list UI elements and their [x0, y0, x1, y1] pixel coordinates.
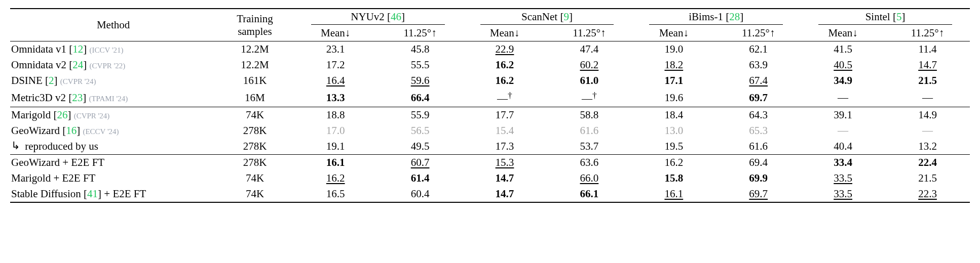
- metric-value: 69.9: [749, 172, 768, 184]
- metric-value: 18.2: [664, 59, 683, 71]
- citation-ref[interactable]: 24: [72, 59, 83, 71]
- citation-ref[interactable]: 28: [729, 11, 740, 23]
- metric-value: 66.4: [411, 92, 430, 104]
- metric-cell: 13.0: [631, 123, 716, 139]
- method-cell: Marigold [26] (CVPR '24): [10, 107, 216, 123]
- metric-cell: 66.4: [378, 89, 463, 107]
- metric-cell: 17.7: [463, 107, 547, 123]
- metric-cell: 13.2: [885, 139, 970, 155]
- citation-ref[interactable]: 12: [72, 43, 83, 55]
- metric-value: 61.6: [749, 140, 768, 152]
- metric-value: 18.4: [664, 109, 683, 121]
- metric-value: 17.2: [326, 59, 345, 71]
- samples-cell: 12.2M: [216, 57, 293, 73]
- metric-value: 14.7: [496, 172, 514, 184]
- method-name: Metric3D v2: [11, 92, 66, 104]
- method-name: Stable Diffusion: [11, 188, 81, 200]
- metric-value: 55.9: [411, 109, 430, 121]
- metric-value: 64.3: [749, 109, 768, 121]
- metric-value: 15.8: [664, 172, 683, 184]
- metric-value: 66.1: [580, 188, 599, 200]
- metric-value: 23.1: [326, 43, 345, 55]
- citation-ref[interactable]: 16: [66, 124, 77, 137]
- method-name: Marigold + E2E FT: [11, 172, 95, 184]
- metric-value: 62.1: [749, 43, 768, 55]
- metric-value: 17.0: [326, 124, 345, 137]
- citation-ref[interactable]: 41: [87, 188, 98, 200]
- venue-label: (CVPR '24): [74, 112, 110, 120]
- method-name: Marigold: [11, 109, 51, 121]
- metric-cell: 55.5: [378, 57, 463, 73]
- metric-value: 60.7: [411, 156, 430, 168]
- citation-ref[interactable]: 9: [563, 11, 569, 23]
- table-row: GeoWizard + E2E FT278K16.160.715.363.616…: [10, 155, 970, 171]
- table-body: Omnidata v1 [12] (ICCV '21)12.2M23.145.8…: [10, 41, 970, 203]
- metric-value: 59.6: [411, 74, 430, 86]
- samples-cell: 278K: [216, 155, 293, 171]
- metric-cell: 18.4: [631, 107, 716, 123]
- citation-ref[interactable]: 26: [57, 109, 67, 121]
- table-row: Marigold [26] (CVPR '24)74K18.855.917.75…: [10, 107, 970, 123]
- metric-cell: 69.7: [716, 89, 801, 107]
- samples-cell: 74K: [216, 170, 293, 186]
- method-name: GeoWizard: [11, 124, 60, 137]
- metric-value: 40.5: [834, 59, 852, 71]
- metric-cell: 16.1: [631, 186, 716, 202]
- metric-value: 67.4: [749, 74, 768, 86]
- dagger-icon: †: [592, 90, 597, 100]
- table-row: GeoWizard [16] (ECCV '24)278K17.056.515.…: [10, 123, 970, 139]
- metric-value: 16.2: [326, 172, 345, 184]
- col-mean: Mean↓: [293, 26, 378, 41]
- metric-cell: 18.8: [293, 107, 378, 123]
- dataset-header: Sintel [5]: [801, 9, 970, 26]
- metric-value: 15.4: [496, 124, 514, 137]
- table-row: DSINE [2] (CVPR '24)161K16.459.616.261.0…: [10, 73, 970, 89]
- metric-cell: 69.7: [716, 186, 801, 202]
- metric-value: 69.4: [749, 156, 768, 168]
- metric-cell: 61.6: [716, 139, 801, 155]
- metric-value: 13.0: [664, 124, 683, 137]
- samples-cell: 12.2M: [216, 41, 293, 58]
- metric-value: 22.3: [918, 188, 937, 200]
- table-row: Metric3D v2 [23] (TPAMI '24)16M13.366.4—…: [10, 89, 970, 107]
- citation-ref[interactable]: 5: [896, 11, 902, 23]
- metric-value: 61.6: [580, 124, 599, 137]
- metric-value: 16.2: [496, 74, 514, 86]
- metric-value: 18.8: [326, 109, 345, 121]
- col-acc: 11.25°↑: [547, 26, 631, 41]
- metric-cell: 21.5: [885, 73, 970, 89]
- metric-value: 15.3: [496, 156, 514, 168]
- dataset-name: Sintel: [865, 11, 890, 23]
- metric-cell: 19.1: [293, 139, 378, 155]
- metric-value: 34.9: [834, 74, 852, 86]
- method-cell: GeoWizard + E2E FT: [10, 155, 216, 171]
- metric-value: 45.8: [411, 43, 430, 55]
- samples-cell: 74K: [216, 186, 293, 202]
- metric-cell: 53.7: [547, 139, 631, 155]
- metric-value: 21.5: [918, 74, 937, 86]
- citation-ref[interactable]: 46: [391, 11, 401, 23]
- metric-value: 69.7: [749, 92, 768, 104]
- metric-cell: 16.5: [293, 186, 378, 202]
- metric-cell: 39.1: [801, 107, 885, 123]
- metric-cell: 14.9: [885, 107, 970, 123]
- table-row: Omnidata v2 [24] (CVPR '22)12.2M17.255.5…: [10, 57, 970, 73]
- metric-value: 41.5: [834, 43, 852, 55]
- training-label: Training: [237, 13, 273, 25]
- citation-ref[interactable]: 23: [72, 92, 83, 104]
- metric-cell: 16.4: [293, 73, 378, 89]
- metric-value: 53.7: [580, 140, 599, 152]
- citation-ref[interactable]: 2: [49, 74, 54, 86]
- metric-value: 19.1: [326, 140, 345, 152]
- metric-value: 21.5: [918, 172, 937, 184]
- col-acc: 11.25°↑: [885, 26, 970, 41]
- metric-cell: 14.7: [463, 186, 547, 202]
- metric-value: 14.7: [918, 59, 937, 71]
- metric-value: 17.1: [664, 74, 683, 86]
- metric-value: —: [922, 124, 933, 137]
- metric-cell: —: [885, 89, 970, 107]
- metric-value: 16.5: [326, 188, 345, 200]
- dataset-name: NYUv2: [351, 11, 385, 23]
- metric-value: 14.9: [918, 109, 937, 121]
- metric-value: 14.7: [496, 188, 514, 200]
